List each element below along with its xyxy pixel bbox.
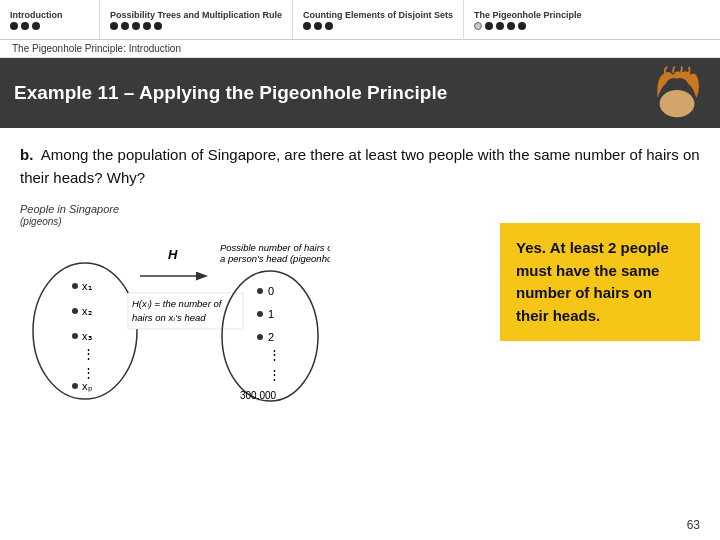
nav-title-pigeonhole: The Pigeonhole Principle <box>474 10 594 20</box>
svg-text:H(xᵢ) = the number of: H(xᵢ) = the number of <box>132 298 223 309</box>
nav-section-counting[interactable]: Counting Elements of Disjoint Sets <box>293 0 464 40</box>
svg-point-4 <box>72 308 78 314</box>
nav-dot <box>496 22 504 30</box>
nav-title-counting: Counting Elements of Disjoint Sets <box>303 10 453 20</box>
answer-box: Yes. At least 2 people must have the sam… <box>500 223 700 341</box>
diagram-left-label: People in Singapore (pigeons) <box>20 203 488 227</box>
nav-dots-possibility <box>110 22 282 30</box>
svg-text:hairs on xᵢ's head: hairs on xᵢ's head <box>132 312 206 323</box>
svg-point-6 <box>72 333 78 339</box>
svg-point-0 <box>660 90 695 117</box>
svg-text:x₁: x₁ <box>82 280 92 292</box>
nav-title-introduction: Introduction <box>10 10 89 20</box>
svg-text:⋮: ⋮ <box>82 365 95 380</box>
nav-dot <box>32 22 40 30</box>
nav-dots-counting <box>303 22 453 30</box>
svg-point-2 <box>72 283 78 289</box>
nav-dot <box>10 22 18 30</box>
nav-dot <box>474 22 482 30</box>
svg-text:0: 0 <box>268 285 274 297</box>
svg-text:a person's head (pigeonholes): a person's head (pigeonholes) <box>220 253 330 264</box>
nav-title-possibility: Possibility Trees and Multiplication Rul… <box>110 10 282 20</box>
svg-point-22 <box>257 334 263 340</box>
title-bar: Example 11 – Applying the Pigeonhole Pri… <box>0 58 720 128</box>
nav-dot <box>507 22 515 30</box>
diagram-area: People in Singapore (pigeons) x₁ x₂ x₃ ⋮… <box>20 203 700 409</box>
svg-text:1: 1 <box>268 308 274 320</box>
svg-point-10 <box>72 383 78 389</box>
nav-dot <box>121 22 129 30</box>
nav-dot <box>143 22 151 30</box>
question-body: Among the population of Singapore, are t… <box>20 146 700 186</box>
nav-dot <box>325 22 333 30</box>
nav-section-pigeonhole[interactable]: The Pigeonhole Principle <box>464 0 604 40</box>
svg-text:x₂: x₂ <box>82 305 92 317</box>
nav-dots-introduction <box>10 22 89 30</box>
answer-text: Yes. At least 2 people must have the sam… <box>516 239 669 324</box>
nav-dot <box>485 22 493 30</box>
page-title: Example 11 – Applying the Pigeonhole Pri… <box>14 82 447 104</box>
svg-text:⋮: ⋮ <box>268 367 281 382</box>
diagram-svg: x₁ x₂ x₃ ⋮ ⋮ xₚ H H(xᵢ) = <box>20 231 330 406</box>
diagram-left: People in Singapore (pigeons) x₁ x₂ x₃ ⋮… <box>20 203 488 409</box>
top-nav: Introduction Possibility Trees and Multi… <box>0 0 720 40</box>
svg-point-20 <box>257 311 263 317</box>
question-text: b. Among the population of Singapore, ar… <box>20 144 700 189</box>
svg-text:H: H <box>168 247 178 262</box>
svg-point-18 <box>257 288 263 294</box>
nav-dot <box>154 22 162 30</box>
svg-text:⋮: ⋮ <box>82 346 95 361</box>
svg-text:2: 2 <box>268 331 274 343</box>
nav-section-introduction[interactable]: Introduction <box>0 0 100 40</box>
svg-text:300,000: 300,000 <box>240 390 277 401</box>
nav-dot <box>110 22 118 30</box>
question-label: b. <box>20 146 33 163</box>
nav-dot <box>21 22 29 30</box>
breadcrumb: The Pigeonhole Principle: Introduction <box>0 40 720 58</box>
page-number: 63 <box>687 518 700 532</box>
nav-dot <box>303 22 311 30</box>
hair-icon <box>648 66 706 120</box>
svg-text:Possible number of hairs on: Possible number of hairs on <box>220 242 330 253</box>
nav-dot <box>518 22 526 30</box>
nav-dot <box>314 22 322 30</box>
svg-text:⋮: ⋮ <box>268 347 281 362</box>
nav-dot <box>132 22 140 30</box>
svg-text:xₚ: xₚ <box>82 380 93 392</box>
main-content: b. Among the population of Singapore, ar… <box>0 128 720 425</box>
nav-section-possibility[interactable]: Possibility Trees and Multiplication Rul… <box>100 0 293 40</box>
svg-text:x₃: x₃ <box>82 330 92 342</box>
nav-dots-pigeonhole <box>474 22 594 30</box>
